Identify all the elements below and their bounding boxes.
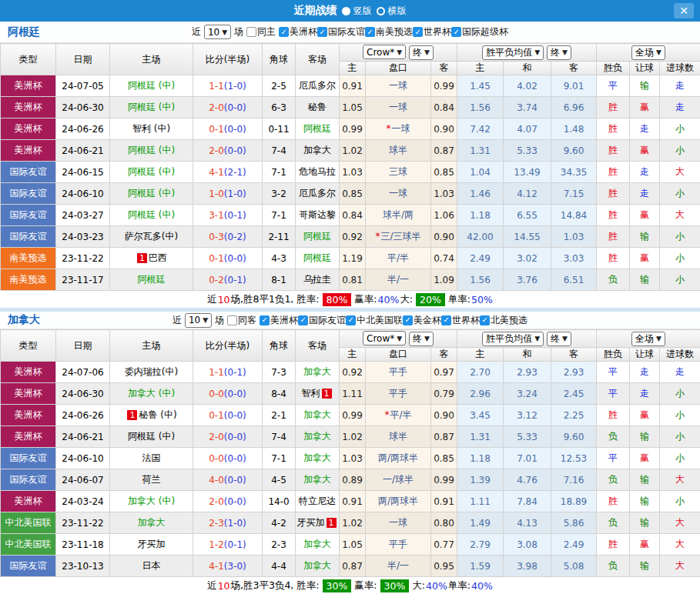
goals-result-cell: 小 [660, 140, 700, 162]
checkbox-icon [246, 27, 256, 37]
sub-handicap: 盘口 [366, 348, 431, 362]
asian-odds-company-select[interactable]: Crow*▼ [363, 45, 406, 59]
euro-odds-type-select[interactable]: 胜平负均值▼ [482, 332, 544, 346]
corners-cell: 4-5 [263, 469, 296, 491]
goals-result-cell: 大 [660, 534, 700, 556]
euro-home-odds: 1.56 [457, 269, 504, 291]
match-row: 国际友谊24-06-10法国0-0(0-0)7-1加拿大1.03两/两球半0.8… [1, 448, 700, 469]
outcome-cell: 平 [597, 383, 630, 405]
competition-checkbox[interactable]: ✓世界杯 [413, 25, 451, 38]
summary-segment: 30% [323, 579, 352, 592]
sub-goals: 进球数 [660, 348, 700, 362]
asian-handicap: 球半 [366, 426, 431, 448]
competition-cell: 美洲杯 [1, 426, 56, 448]
away-team-cell: 加拿大 [296, 405, 340, 426]
asian-away-odds: 0.80 [431, 512, 457, 534]
date-cell: 24-03-24 [56, 491, 110, 512]
chevron-down-icon: ▼ [656, 335, 661, 342]
star-marker: * [384, 409, 389, 420]
euro-draw-odds: 13.49 [504, 162, 551, 183]
match-row: 国际友谊24-06-07荷兰4-0(0-0)4-5加拿大0.89一/球半0.99… [1, 469, 700, 491]
euro-draw-odds: 6.55 [504, 205, 551, 226]
same-venue-checkbox[interactable]: 同客 [227, 314, 256, 327]
home-team-cell: 加拿大 (中) [110, 491, 193, 512]
euro-odds-stage-select[interactable]: 终▼ [547, 45, 571, 60]
team-name: 阿根廷 [8, 25, 40, 39]
outcome-cell: 胜 [597, 140, 630, 162]
goals-result-cell: 走 [660, 362, 700, 383]
summary-segment: 场,胜8平1负1, 胜率: [231, 293, 320, 306]
euro-draw-odds: 3.12 [504, 405, 551, 426]
col-score: 比分(半场) [193, 44, 263, 75]
close-button[interactable]: ✕ [674, 3, 694, 18]
layout-radio-vertical-label: 竖版 [353, 5, 372, 18]
fullmatch-select[interactable]: 全场▼ [631, 45, 665, 60]
match-row: 国际友谊24-06-15阿根廷 (中)4-1(2-1)7-1危地马拉1.03三球… [1, 162, 700, 183]
checkbox-icon: ✓ [451, 27, 461, 37]
euro-odds-stage-select[interactable]: 终▼ [547, 332, 571, 346]
date-cell: 24-06-26 [56, 405, 110, 426]
home-team-cell: 阿根廷 (中) [110, 162, 193, 183]
sub-outcome: 胜负 [597, 62, 630, 75]
layout-radio-horizontal[interactable]: 横版 [377, 5, 407, 18]
sub-euro-away: 客 [551, 62, 597, 75]
filter-bar: 加拿大 近 10▼ 场 同客 ✓美洲杯✓国际友谊✓中北美国联✓美金杯✓世界杯✓北… [0, 312, 700, 329]
asian-away-odds: 1.06 [431, 205, 457, 226]
sub-asian-away: 客 [431, 348, 457, 362]
asian-home-odds: 0.84 [340, 205, 366, 226]
match-row: 南美预选23-11-17阿根廷0-2(0-1)8-1乌拉圭0.81半/一1.09… [1, 269, 700, 291]
asian-handicap: 平手 [366, 534, 431, 556]
corners-cell: 0-11 [263, 118, 296, 140]
corners-cell: 7-1 [263, 448, 296, 469]
asian-home-odds: 1.02 [340, 426, 366, 448]
summary-line: 近10场,胜8平1负1, 胜率:80%赢率:40% 大:20%单率:50% [0, 291, 700, 308]
competition-checkbox[interactable]: ✓美洲杯 [279, 25, 317, 38]
games-label: 场 [234, 25, 243, 38]
euro-away-odds: 34.35 [551, 162, 597, 183]
layout-radio-vertical[interactable]: 竖版 [342, 5, 372, 18]
goals-result-cell: 小 [660, 118, 700, 140]
home-team-cell: 阿根廷 (中) [110, 97, 193, 118]
handicap-result-cell: 走 [630, 162, 660, 183]
competition-checkbox[interactable]: ✓北美预选 [480, 314, 528, 327]
handicap-result-cell: 输 [630, 426, 660, 448]
competition-checkbox[interactable]: ✓国际友谊 [317, 25, 365, 38]
asian-odds-company-select[interactable]: Crow*▼ [363, 331, 406, 345]
asian-away-odds: 0.99 [431, 469, 457, 491]
competition-checkbox[interactable]: ✓美洲杯 [260, 314, 298, 327]
euro-away-odds: 9.60 [551, 426, 597, 448]
asian-odds-stage-select[interactable]: 终▼ [409, 332, 434, 346]
euro-away-odds: 2.25 [551, 405, 597, 426]
match-count-select[interactable]: 10▼ [204, 25, 231, 39]
sub-euro-home: 主 [457, 348, 504, 362]
fullmatch-select[interactable]: 全场▼ [631, 332, 665, 346]
asian-odds-stage-select[interactable]: 终▼ [409, 45, 434, 60]
competition-checkbox[interactable]: ✓世界杯 [441, 314, 480, 327]
col-type: 类型 [1, 44, 56, 75]
same-venue-checkbox[interactable]: 同主 [246, 25, 276, 38]
home-team-cell: 日本 [110, 556, 193, 577]
competition-checkbox[interactable]: ✓美金杯 [403, 314, 441, 327]
match-count-select[interactable]: 10▼ [185, 313, 212, 328]
away-team-cell: 加拿大 [296, 469, 340, 491]
away-team-cell: 厄瓜多尔 [296, 75, 340, 97]
competition-checkbox[interactable]: ✓国际超级杯 [451, 25, 508, 38]
home-team-cell: 智利 (中) [110, 118, 193, 140]
competition-checkbox[interactable]: ✓中北美国联 [346, 314, 403, 327]
euro-draw-odds: 3.02 [504, 248, 551, 269]
euro-home-odds: 3.45 [457, 405, 504, 426]
euro-away-odds: 9.60 [551, 140, 597, 162]
competition-checkbox[interactable]: ✓南美预选 [365, 25, 413, 38]
corners-cell: 2-3 [263, 534, 296, 556]
asian-away-odds: 0.87 [431, 140, 457, 162]
near-label: 近 [192, 25, 201, 38]
date-cell: 23-11-17 [56, 269, 110, 291]
outcome-cell: 平 [597, 448, 630, 469]
away-team-cell: 智利1 [296, 383, 340, 405]
outcome-cell: 平 [597, 75, 630, 97]
summary-segment: 40% [471, 580, 493, 592]
summary-segment: 40% [426, 580, 447, 592]
euro-odds-type-select[interactable]: 胜平负均值▼ [482, 45, 544, 60]
competition-checkbox[interactable]: ✓国际友谊 [298, 314, 346, 327]
date-cell: 24-07-05 [56, 75, 110, 97]
